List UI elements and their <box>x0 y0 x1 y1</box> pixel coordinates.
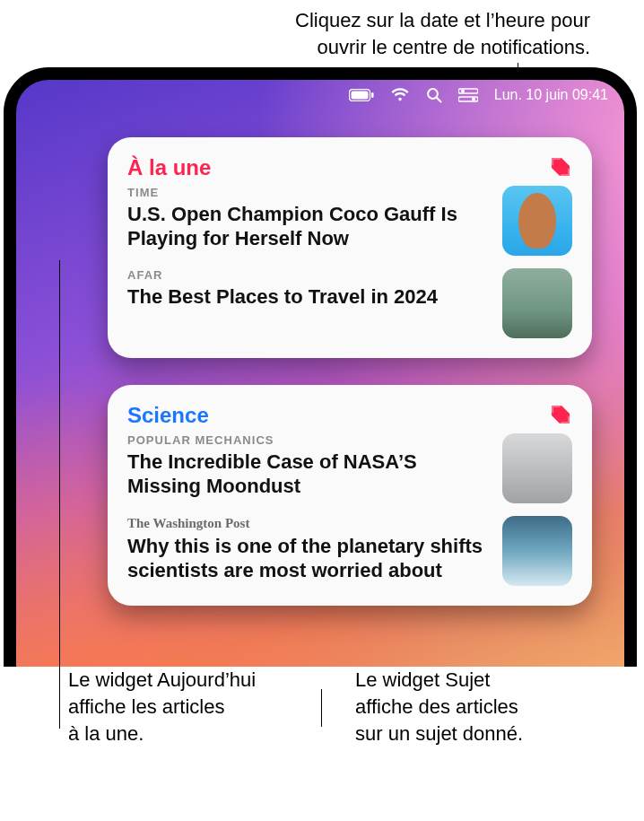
article-source: The Washington Post <box>127 516 488 531</box>
menubar-clock[interactable]: Lun. 10 juin 09:41 <box>494 87 608 103</box>
article-thumbnail <box>502 516 572 586</box>
callout-leader-line <box>59 260 60 729</box>
article-headline: U.S. Open Champion Coco Gauff Is Playing… <box>127 203 488 251</box>
control-center-icon[interactable] <box>458 88 478 102</box>
device-frame: Lun. 10 juin 09:41 À la une <box>4 67 637 667</box>
widget-title: À la une <box>127 155 211 180</box>
article-headline: Why this is one of the planetary shifts … <box>127 535 488 583</box>
svg-point-8 <box>472 98 475 101</box>
widget-title: Science <box>127 403 209 428</box>
article-thumbnail <box>502 433 572 503</box>
svg-point-6 <box>461 90 465 93</box>
article-source: TIME <box>127 186 488 199</box>
news-article[interactable]: TIME U.S. Open Champion Coco Gauff Is Pl… <box>127 186 572 256</box>
news-widget-today[interactable]: À la une TIME U.S. Open Champion Coco Ga… <box>108 137 592 358</box>
article-headline: The Best Places to Travel in 2024 <box>127 285 488 310</box>
article-thumbnail <box>502 268 572 338</box>
svg-line-4 <box>437 98 441 102</box>
callout-leader-line <box>321 689 322 727</box>
apple-news-icon <box>549 403 572 426</box>
search-icon[interactable] <box>426 87 442 103</box>
svg-rect-2 <box>371 92 374 98</box>
callout-bottom-right: Le widget Sujet affiche des articles sur… <box>355 667 606 747</box>
news-article[interactable]: AFAR The Best Places to Travel in 2024 <box>127 268 572 338</box>
desktop-screen: Lun. 10 juin 09:41 À la une <box>16 80 624 667</box>
article-thumbnail <box>502 186 572 256</box>
menubar: Lun. 10 juin 09:41 <box>16 80 624 110</box>
callouts-bottom: Le widget Aujourd’hui affiche les articl… <box>0 667 644 764</box>
news-article[interactable]: POPULAR MECHANICS The Incredible Case of… <box>127 433 572 503</box>
svg-rect-1 <box>351 92 368 100</box>
callout-top-line1: Cliquez sur la date et l’heure pour <box>295 9 590 31</box>
article-source: POPULAR MECHANICS <box>127 433 488 447</box>
news-article[interactable]: The Washington Post Why this is one of t… <box>127 516 572 586</box>
news-widget-topic[interactable]: Science POPULAR MECHANICS The Incredible… <box>108 385 592 606</box>
notification-center: À la une TIME U.S. Open Champion Coco Ga… <box>108 137 592 606</box>
callout-top-line2: ouvrir le centre de notifications. <box>318 36 591 58</box>
apple-news-icon <box>549 155 572 179</box>
article-headline: The Incredible Case of NASA’S Missing Mo… <box>127 450 488 499</box>
article-source: AFAR <box>127 268 488 282</box>
battery-icon[interactable] <box>349 89 374 101</box>
callout-bottom-left: Le widget Aujourd’hui affiche les articl… <box>68 667 319 747</box>
wifi-icon[interactable] <box>390 88 410 102</box>
callout-top: Cliquez sur la date et l’heure pour ouvr… <box>0 0 644 60</box>
